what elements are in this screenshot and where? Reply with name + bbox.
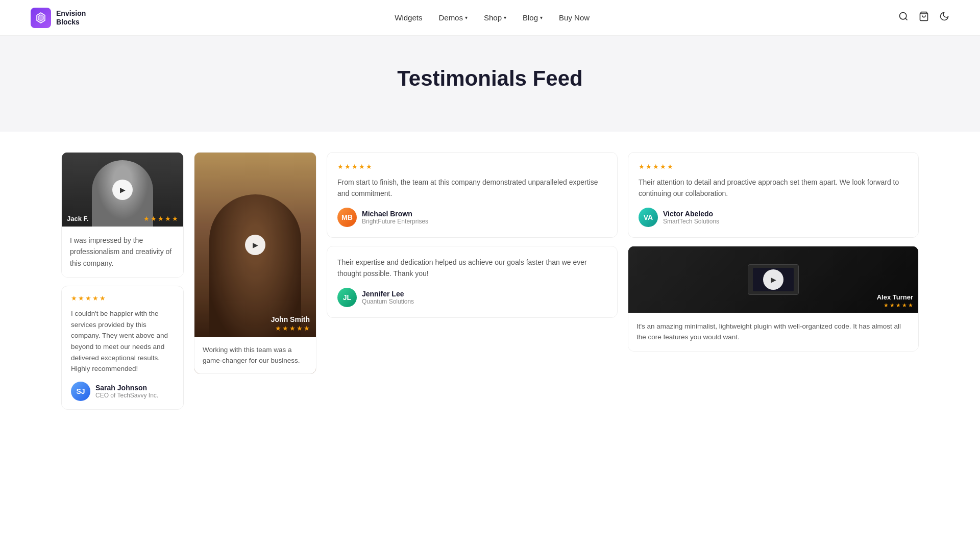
michael-stars: ★ ★ ★ ★ ★ <box>337 163 607 170</box>
sarah-company: CEO of TechSavvy Inc. <box>95 392 158 399</box>
alex-text-section: It's an amazing minimalist, lightweight … <box>628 313 918 351</box>
hero-section: Testimonials Feed <box>0 36 980 132</box>
victor-name: Victor Abeledo <box>663 210 719 218</box>
jennifer-reviewer: JL Jennifer Lee Quantum Solutions <box>337 288 607 307</box>
nav-item-widgets[interactable]: Widgets <box>395 13 422 22</box>
michael-avatar: MB <box>337 208 357 227</box>
victor-reviewer: VA Victor Abeledo SmartTech Solutions <box>639 208 908 227</box>
jennifer-review-text: Their expertise and dedication helped us… <box>337 257 607 280</box>
jennifer-name: Jennifer Lee <box>362 290 414 298</box>
john-review-text: Working with this team was a game-change… <box>203 344 308 366</box>
column-1: ▶ Jack F. ★ ★ ★ ★ ★ I was impre <box>61 152 184 410</box>
logo-icon <box>31 8 51 28</box>
alex-stars: ★ ★ ★ ★ ★ <box>884 302 913 309</box>
michael-company: BrightFuture Enterprises <box>362 218 428 225</box>
cart-button[interactable] <box>919 11 929 24</box>
testimonials-section: ▶ Jack F. ★ ★ ★ ★ ★ I was impre <box>0 132 980 440</box>
john-video-thumb[interactable]: ▶ John Smith ★ ★ ★ ★ ★ <box>194 153 316 337</box>
jack-text-section: I was impressed by the professionalism a… <box>62 227 183 277</box>
jennifer-card: Their expertise and dedication helped us… <box>327 246 618 318</box>
jack-stars: ★ ★ ★ ★ ★ <box>143 215 178 222</box>
alex-video-thumb[interactable]: ▶ Alex Turner ★ ★ ★ ★ ★ <box>628 246 918 313</box>
nav-item-demos[interactable]: Demos <box>438 13 468 22</box>
michael-card: ★ ★ ★ ★ ★ From start to finish, the team… <box>327 152 618 238</box>
michael-info: Michael Brown BrightFuture Enterprises <box>362 210 428 225</box>
svg-point-2 <box>899 13 906 19</box>
navbar: Envision Blocks Widgets Demos Shop Blog … <box>0 0 980 36</box>
sarah-stars: ★ ★ ★ ★ ★ <box>71 294 174 302</box>
victor-avatar: VA <box>639 208 658 227</box>
jack-name: Jack F. <box>67 215 89 222</box>
victor-card: ★ ★ ★ ★ ★ Their attention to detail and … <box>628 152 919 238</box>
sarah-name: Sarah Johnson <box>95 384 158 392</box>
victor-review-text: Their attention to detail and proactive … <box>639 177 908 199</box>
michael-name: Michael Brown <box>362 210 428 218</box>
svg-marker-1 <box>38 15 43 21</box>
page-title: Testimonials Feed <box>10 66 970 91</box>
john-play-button[interactable]: ▶ <box>245 235 265 255</box>
john-name: John Smith <box>271 315 310 323</box>
search-button[interactable] <box>898 11 909 24</box>
victor-stars: ★ ★ ★ ★ ★ <box>639 163 908 170</box>
alex-play-overlay: ▶ <box>628 246 918 313</box>
sarah-review-text: I couldn't be happier with the services … <box>71 308 174 374</box>
jack-card: ▶ Jack F. ★ ★ ★ ★ ★ I was impre <box>61 152 184 278</box>
nav-item-buynow[interactable]: Buy Now <box>559 13 590 22</box>
jennifer-info: Jennifer Lee Quantum Solutions <box>362 290 414 305</box>
victor-company: SmartTech Solutions <box>663 218 719 225</box>
nav-item-blog[interactable]: Blog <box>523 13 543 22</box>
svg-line-3 <box>905 18 908 20</box>
michael-reviewer: MB Michael Brown BrightFuture Enterprise… <box>337 208 607 227</box>
column-2: ▶ John Smith ★ ★ ★ ★ ★ Working <box>194 152 316 374</box>
michael-review-text: From start to finish, the team at this c… <box>337 177 607 199</box>
john-play-overlay: ▶ <box>194 153 316 337</box>
victor-info: Victor Abeledo SmartTech Solutions <box>663 210 719 225</box>
jennifer-company: Quantum Solutions <box>362 298 414 305</box>
john-text-section: Working with this team was a game-change… <box>194 337 316 373</box>
nav-item-shop[interactable]: Shop <box>484 13 506 22</box>
testimonials-grid: ▶ Jack F. ★ ★ ★ ★ ★ I was impre <box>61 152 919 410</box>
alex-play-button[interactable]: ▶ <box>763 269 783 290</box>
jack-play-button[interactable]: ▶ <box>112 180 133 200</box>
jack-video-thumb[interactable]: ▶ Jack F. ★ ★ ★ ★ ★ <box>62 153 183 227</box>
alex-name: Alex Turner <box>877 293 913 301</box>
alex-review-text: It's an amazing minimalist, lightweight … <box>636 321 910 343</box>
jack-review-text: I was impressed by the professionalism a… <box>70 235 175 269</box>
jennifer-avatar: JL <box>337 288 357 307</box>
sarah-reviewer: SJ Sarah Johnson CEO of TechSavvy Inc. <box>71 382 174 401</box>
john-stars: ★ ★ ★ ★ ★ <box>275 324 310 332</box>
brand-name: Envision Blocks <box>56 9 86 27</box>
sarah-info: Sarah Johnson CEO of TechSavvy Inc. <box>95 384 158 399</box>
column-4: ★ ★ ★ ★ ★ Their attention to detail and … <box>628 152 919 352</box>
sarah-card: ★ ★ ★ ★ ★ I couldn't be happier with the… <box>61 286 184 410</box>
nav-menu: Widgets Demos Shop Blog Buy Now <box>395 13 590 22</box>
column-3: ★ ★ ★ ★ ★ From start to finish, the team… <box>327 152 618 318</box>
alex-card: ▶ Alex Turner ★ ★ ★ ★ ★ It's an <box>628 246 919 352</box>
sarah-avatar: SJ <box>71 382 90 401</box>
john-card: ▶ John Smith ★ ★ ★ ★ ★ Working <box>194 152 316 374</box>
logo-link[interactable]: Envision Blocks <box>31 8 86 28</box>
darkmode-button[interactable] <box>939 11 949 24</box>
nav-actions <box>898 11 949 24</box>
